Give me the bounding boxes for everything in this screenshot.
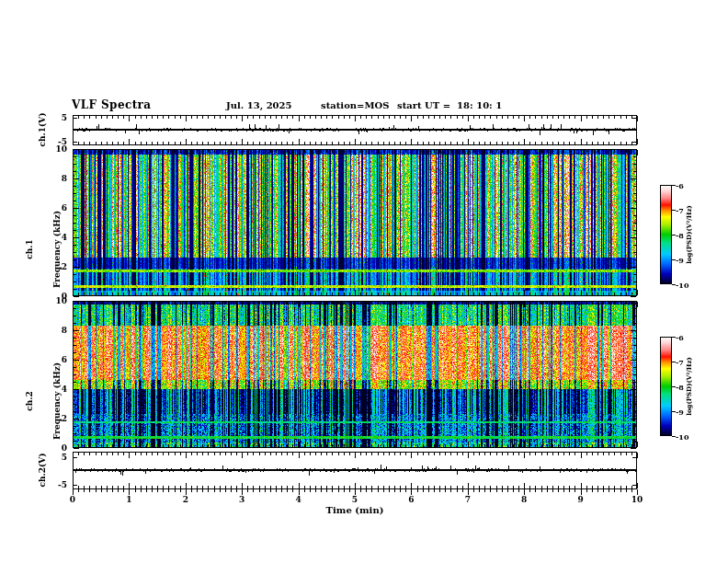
colorbar2-tick-label: -9 [676, 408, 684, 417]
ch2-spectrogram-channel-label: ch.2 [25, 327, 34, 475]
ch2-waveform-y-tick-label: -5 [47, 480, 67, 489]
x-axis-title: Time (min) [309, 505, 401, 515]
colorbar2-tick-label: -8 [676, 383, 684, 392]
ch2-spectrogram-y-tick-label: 6 [47, 355, 67, 364]
ch1-waveform-ylabel: ch.1(V) [37, 75, 48, 185]
ch1-waveform-y-tick-label: -5 [47, 137, 67, 146]
ch1-spectrogram-y-tick-label: 4 [47, 233, 67, 242]
ch1-spectrogram-y-tick-label: 2 [47, 262, 67, 271]
ch2-spectrogram-y-tick-label: 4 [47, 385, 67, 394]
header-date: Jul. 13, 2025 [226, 100, 291, 110]
x-tick-label: 9 [571, 495, 591, 504]
ch1-spectrogram-ylabel: ch.1 Frequency (kHz) [6, 176, 80, 323]
colorbar1-tick-label: -9 [676, 256, 684, 265]
ch1-spectrogram-channel-label: ch.1 [25, 176, 34, 323]
x-tick-label: 1 [119, 495, 139, 504]
vlf-spectra-figure: VLF Spectra Jul. 13, 2025 station=MOS st… [0, 0, 728, 563]
ch2-waveform-ylabel: ch.2(V) [37, 415, 48, 525]
plot-canvas [0, 0, 728, 563]
ch1-waveform-y-tick-label: 5 [47, 113, 67, 122]
x-tick-label: 10 [627, 495, 647, 504]
colorbar1-tick-label: -7 [676, 206, 684, 215]
x-tick-label: 7 [458, 495, 478, 504]
x-tick-label: 0 [63, 495, 83, 504]
colorbar1-tick-label: -10 [676, 281, 688, 290]
header-start-ut: start UT = 18: 10: 1 [397, 100, 502, 110]
ch2-spectrogram-y-tick-label: 2 [47, 414, 67, 423]
colorbar2-label: log(PSD)(V²/Hz) [685, 336, 694, 437]
x-tick-label: 6 [401, 495, 421, 504]
page-title: VLF Spectra [72, 98, 151, 111]
colorbar2-tick-label: -7 [676, 358, 684, 367]
colorbar1-tick-label: -6 [676, 181, 684, 190]
x-tick-label: 3 [232, 495, 252, 504]
colorbar2-tick-label: -10 [676, 432, 688, 442]
ch2-waveform-y-tick-label: 5 [47, 453, 67, 462]
x-tick-label: 4 [289, 495, 309, 504]
ch1-spectrogram-y-tick-label: 8 [47, 174, 67, 183]
colorbar1-tick-label: -8 [676, 231, 684, 240]
colorbar2-tick-label: -6 [676, 333, 684, 342]
ch1-spectrogram-y-tick-label: 6 [47, 203, 67, 213]
ch2-spectrogram-y-tick-label: 0 [47, 443, 67, 453]
x-tick-label: 5 [345, 495, 365, 504]
header-station: station=MOS [321, 100, 389, 110]
x-tick-label: 2 [176, 495, 196, 504]
ch2-spectrogram-y-tick-label: 8 [47, 326, 67, 335]
colorbar1-label: log(PSD)(V²/Hz) [685, 184, 694, 285]
x-tick-label: 8 [514, 495, 534, 504]
ch2-spectrogram-y-tick-label: 10 [47, 296, 67, 305]
